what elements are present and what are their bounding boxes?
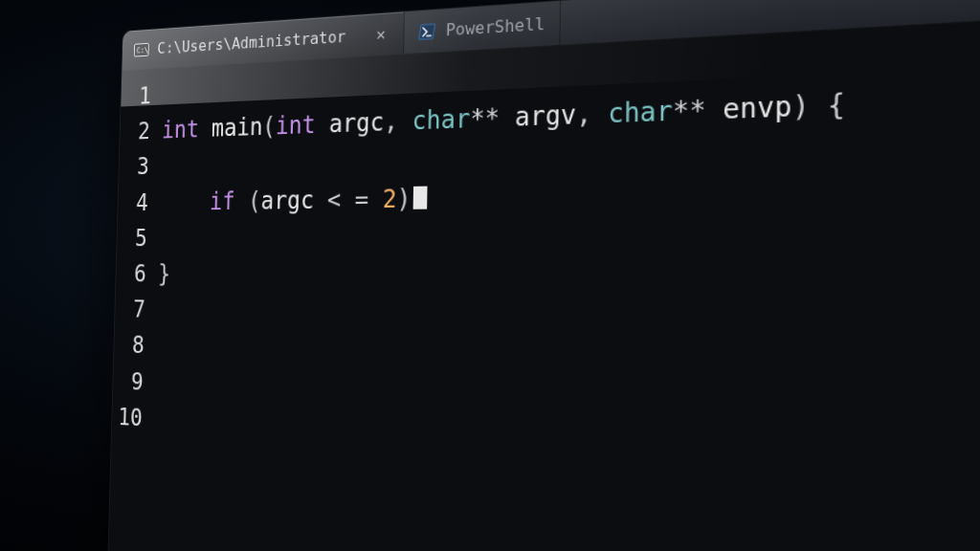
line-number: 6	[116, 256, 146, 293]
svg-text:C:\: C:\	[136, 45, 148, 55]
keyword-int: int	[162, 116, 199, 144]
keyword-int: int	[276, 111, 316, 141]
code-content[interactable]: int main(int argc, char** argv, char** e…	[144, 0, 980, 551]
identifier-argv: argv	[515, 100, 577, 133]
powershell-icon	[418, 24, 436, 39]
function-main: main	[212, 113, 263, 143]
line-number: 8	[114, 327, 145, 364]
line-number: 2	[120, 114, 150, 150]
line-number: 7	[115, 292, 145, 328]
type-char: char	[412, 104, 470, 136]
number-literal: 2	[382, 185, 396, 213]
code-line-1: int main(int argc, char** argv, char** e…	[162, 60, 980, 149]
code-line-3: }	[158, 256, 980, 310]
cmd-icon: C:\	[134, 42, 149, 56]
tab-label: C:\Users\Administrator	[157, 27, 345, 57]
identifier-envp: envp	[723, 91, 791, 125]
identifier-argc: argc	[328, 108, 384, 139]
tab-label: PowerShell	[446, 13, 546, 39]
line-number: 1	[121, 78, 151, 115]
line-number: 4	[118, 185, 148, 221]
line-number: 9	[113, 364, 144, 401]
editor-area[interactable]: 1 2 3 4 5 6 7 8 9 10 int main(int argc, …	[106, 0, 980, 551]
identifier-argc: argc	[260, 186, 314, 214]
line-number: 3	[119, 149, 149, 186]
text-cursor	[412, 186, 427, 209]
line-number: 5	[117, 221, 147, 256]
line-number: 10	[112, 399, 143, 436]
code-line-2: if (argc < = 2)	[160, 160, 980, 220]
tab-close-button[interactable]: ✕	[372, 25, 390, 44]
terminal-window: C:\ C:\Users\Administrator ✕ PowerShell	[106, 0, 980, 551]
keyword-if: if	[210, 187, 235, 215]
type-char: char	[608, 96, 673, 129]
tab-powershell[interactable]: PowerShell	[404, 1, 561, 54]
